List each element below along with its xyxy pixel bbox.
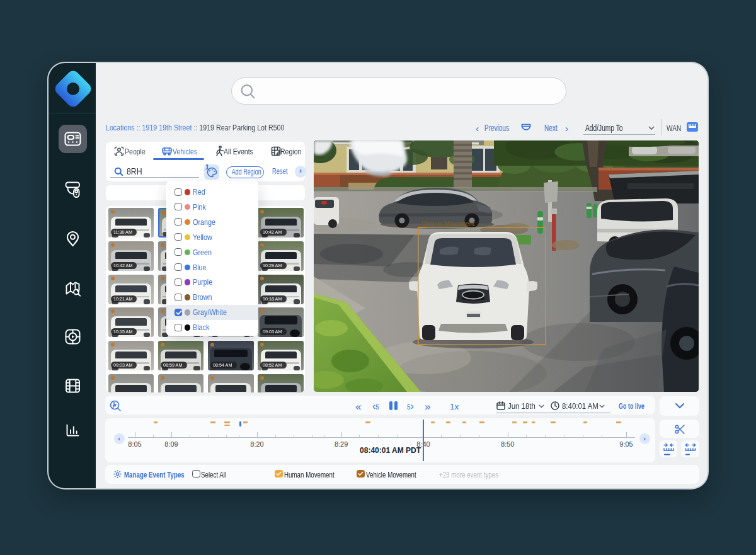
svg-text:Vehicle Movement: Vehicle Movement <box>421 220 475 227</box>
